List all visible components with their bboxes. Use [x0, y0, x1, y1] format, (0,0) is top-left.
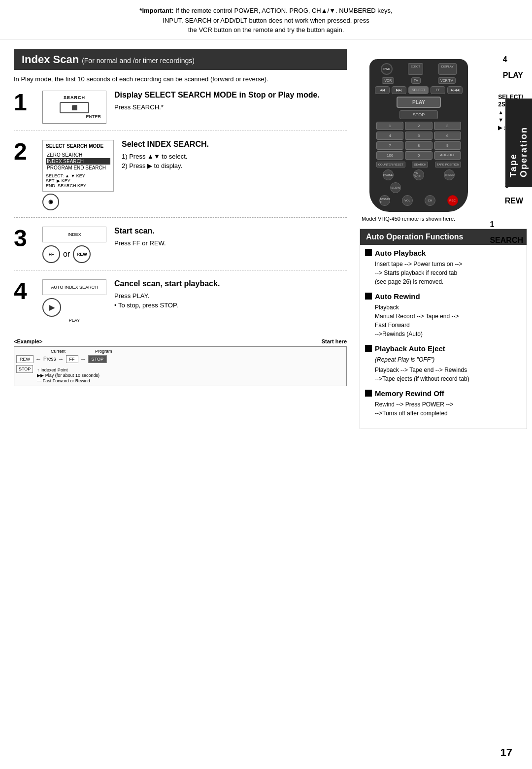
- step-3-box: INDEX: [42, 227, 106, 242]
- step-4-detail1: Press PLAY.: [114, 291, 347, 301]
- play-button-icon: ▶: [42, 298, 61, 317]
- speed-button[interactable]: SPEED: [444, 169, 455, 180]
- select-button[interactable]: SELECT: [408, 86, 429, 94]
- note-line3: the VCR button on the remote and try the…: [188, 26, 344, 33]
- step-2-number: 2: [14, 140, 38, 164]
- remote-direction-row: ◀◀ ▶▶| SELECT FF ▶|◀◀: [373, 86, 464, 94]
- index-scan-title: Index Scan: [22, 53, 79, 66]
- remote-pause-row: PAUSE CM SKIP SPEED: [373, 169, 464, 180]
- memory-rewind-body: Rewind --> Press POWER --> -->Turns off …: [375, 400, 522, 418]
- rec-button[interactable]: REC: [447, 195, 458, 206]
- step-3-number: 3: [14, 227, 38, 250]
- auto-playback-icon: [365, 249, 372, 256]
- auto-ops-body: Auto Playback Insert tape --> Power turn…: [360, 249, 527, 429]
- auto-rewind-body: Playback Manual Record --> Tape end --> …: [375, 303, 522, 338]
- step-3: 3 INDEX FF or REW Start scan. Press FF o…: [14, 227, 347, 270]
- remote-play-row: PLAY: [373, 97, 464, 108]
- auto-eject-title: Playback Auto Eject: [365, 344, 522, 353]
- step-1-text: Display SELECT SEARCH MODE in Stop or Pl…: [114, 91, 347, 112]
- ff-ff-button[interactable]: ▶▶|: [392, 86, 406, 94]
- auto-ops-section: Auto Operation Functions Auto Playback I…: [360, 229, 527, 429]
- step-1-number: 1: [14, 91, 38, 114]
- step-3-detail: Press FF or REW.: [114, 238, 347, 248]
- num-100[interactable]: 100: [376, 151, 403, 160]
- auto-playback-section: Auto Playback Insert tape --> Power turn…: [365, 249, 522, 286]
- tv-button[interactable]: TV: [411, 77, 421, 84]
- auto-eject-subtitle: (Repeat Play is "OFF"): [375, 355, 522, 364]
- num-3[interactable]: 3: [434, 122, 461, 130]
- ff-rew-buttons: FF or REW: [42, 245, 106, 263]
- tape-stop-area: STOP ↑ Indexed Point ▶▶ Play (for about …: [16, 365, 344, 384]
- num-1[interactable]: 1: [376, 122, 403, 130]
- tape-columns: Current Program: [51, 349, 344, 354]
- num-5[interactable]: 5: [405, 132, 432, 140]
- pause-button[interactable]: PAUSE: [383, 169, 394, 180]
- remote-top-row: PWR EJECT DISPLAY: [373, 63, 464, 75]
- note-line2: INPUT, SEARCH or ADD/DLT button does not…: [163, 17, 369, 24]
- num-2[interactable]: 2: [405, 122, 432, 130]
- auto-eject-section: Playback Auto Eject (Repeat Play is "OFF…: [365, 344, 522, 383]
- step-4-number: 4: [14, 279, 38, 303]
- auto-playback-title: Auto Playback: [365, 249, 522, 257]
- page-number: 17: [500, 746, 512, 759]
- slow-button[interactable]: SLOW: [390, 182, 401, 193]
- vcr-button[interactable]: VCR: [382, 77, 394, 84]
- note-asterisk: *Important:: [139, 7, 173, 14]
- power-button[interactable]: PWR: [381, 63, 393, 75]
- ff-segment: FF: [66, 355, 78, 363]
- eject-button[interactable]: EJECT: [408, 63, 423, 75]
- step-2-select-info: SELECT: ▲ ▼ KEY SET :▶ KEY END :SEARCH K…: [46, 173, 110, 188]
- legend-play: ▶▶ Play (for about 10 seconds): [37, 373, 100, 378]
- cm-skip-button[interactable]: CM SKIP: [413, 169, 424, 180]
- auto-rewind-section: Auto Rewind Playback Manual Record --> T…: [365, 292, 522, 338]
- press-label: Press: [43, 356, 56, 362]
- vol-button[interactable]: VOL: [402, 195, 413, 206]
- vcr-tv-button[interactable]: VCR/TV: [438, 77, 456, 84]
- auto-eject-icon: [365, 345, 372, 352]
- num-4[interactable]: 4: [376, 132, 403, 140]
- step-4-box: AUTO INDEX SEARCH: [42, 279, 106, 295]
- step-2: 2 SELECT SEARCH MODE ZERO SEARCH INDEX S…: [14, 140, 347, 218]
- memory-rewind-section: Memory Rewind Off Rewind --> Press POWER…: [365, 389, 522, 418]
- ch-button[interactable]: CH: [425, 195, 435, 206]
- play-annotation: 4 PLAY: [503, 52, 523, 83]
- counter-reset-btn[interactable]: COUNTER RESET: [376, 162, 405, 167]
- stop-button[interactable]: STOP: [399, 110, 438, 119]
- step-2-detail2: 2) Press ▶ to display.: [122, 161, 347, 171]
- add-dlt-button[interactable]: ADD/DLT: [434, 151, 461, 160]
- ff-button[interactable]: FF: [431, 86, 445, 94]
- auto-playback-body: Insert tape --> Power turns on --> --> S…: [375, 260, 522, 286]
- play-main-button[interactable]: PLAY: [397, 97, 441, 108]
- main-content: Index Scan (For normal and /or timer rec…: [0, 39, 532, 434]
- step-2-detail1: 1) Press ▲▼ to select.: [122, 152, 347, 162]
- rew-button[interactable]: ◀◀: [375, 86, 390, 94]
- remote-control: PWR EJECT DISPLAY VCR TV VCR/TV ◀◀ ▶▶|: [369, 59, 468, 212]
- rew-button-icon: REW: [73, 245, 91, 263]
- left-column: Index Scan (For normal and /or timer rec…: [0, 44, 355, 434]
- search-btn[interactable]: SEARCH: [412, 162, 428, 167]
- prev-button[interactable]: ▶|◀◀: [447, 86, 463, 94]
- stop-segment: STOP: [88, 355, 107, 363]
- num-6[interactable]: 6: [434, 132, 461, 140]
- num-0[interactable]: 0: [405, 151, 432, 160]
- step-4-detail2: • To stop, press STOP.: [114, 301, 347, 310]
- step-2-box: SELECT SEARCH MODE ZERO SEARCH INDEX SEA…: [42, 140, 114, 192]
- current-label: Current: [51, 349, 66, 354]
- display-button[interactable]: DISPLAY: [438, 63, 457, 75]
- tape-legend: ↑ Indexed Point ▶▶ Play (for about 10 se…: [37, 367, 100, 384]
- num-9[interactable]: 9: [434, 141, 461, 150]
- tape-row-1: REW ← Press → FF → STOP: [16, 355, 344, 363]
- program-label: Program: [95, 349, 112, 354]
- bass-hifi-button[interactable]: BASS HI FI: [379, 195, 390, 206]
- auto-eject-body: Playback --> Tape end --> Rewinds -->Tap…: [375, 366, 522, 383]
- tape-pos-btn[interactable]: TAPE POSITION: [435, 162, 462, 167]
- step-2-item-2: PROGRAM END SEARCH: [46, 165, 110, 171]
- step-2-item-0: ZERO SEARCH: [46, 152, 110, 158]
- num-8[interactable]: 8: [405, 141, 432, 150]
- num-7[interactable]: 7: [376, 141, 403, 150]
- top-note: *Important: If the remote control POWER,…: [0, 0, 532, 39]
- step-4-text: Cancel scan, start playback. Press PLAY.…: [114, 279, 347, 310]
- stop2-label: STOP: [16, 365, 33, 373]
- search-annotation: 1 SEARCH: [490, 217, 523, 248]
- tape-arrow-1: ←: [35, 356, 41, 363]
